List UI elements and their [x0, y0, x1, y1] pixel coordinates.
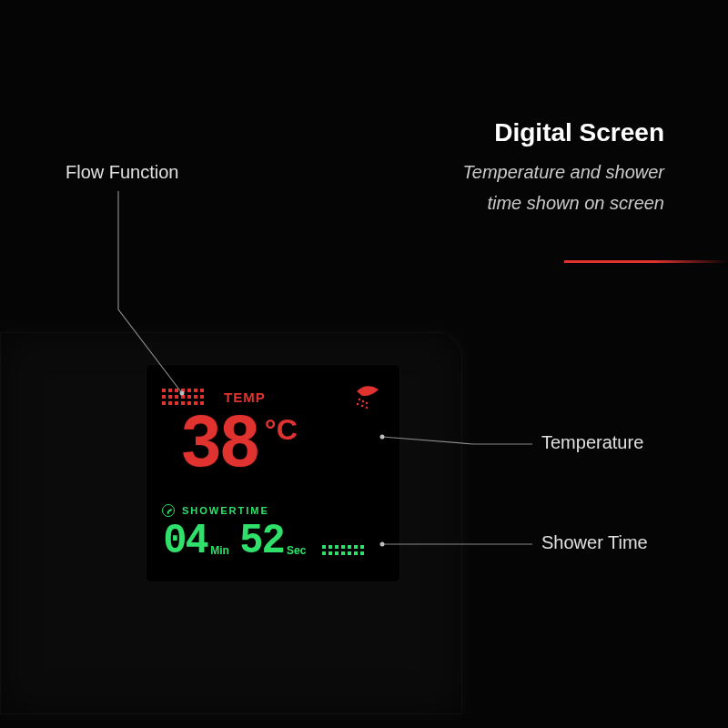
seconds-value: 52 [239, 521, 284, 562]
header-sub-line2: time shown on screen [462, 187, 664, 218]
showertime-label: SHOWERTIME [182, 505, 269, 516]
clock-icon [162, 504, 175, 517]
temperature-value: 38 [180, 408, 258, 484]
callout-temperature: Temperature [541, 432, 643, 453]
svg-point-2 [366, 402, 369, 405]
svg-point-0 [359, 399, 361, 401]
accent-line [564, 260, 728, 263]
callout-shower-time: Shower Time [541, 532, 648, 553]
showertime-label-row: SHOWERTIME [162, 504, 269, 517]
showertime-readout: 04 Min 52 Sec [162, 521, 364, 562]
temperature-unit: °C [265, 413, 298, 447]
digital-screen: TEMP 38 °C SHOWERTIME 04 Min 52 Sec [146, 364, 400, 582]
temperature-readout: 38 °C [177, 408, 391, 486]
svg-point-3 [357, 403, 359, 406]
header-block: Digital Screen Temperature and shower ti… [462, 118, 664, 218]
seconds-suffix: Sec [287, 544, 306, 557]
svg-point-1 [362, 400, 365, 403]
device-panel: TEMP 38 °C SHOWERTIME 04 Min 52 Sec [0, 332, 462, 714]
header-sub-line1: Temperature and shower [462, 157, 664, 187]
header-title: Digital Screen [462, 118, 664, 147]
svg-point-4 [361, 405, 364, 408]
trailing-dot-indicator [322, 545, 364, 555]
minutes-suffix: Min [210, 544, 229, 557]
showerhead-icon [351, 384, 384, 410]
callout-flow-function: Flow Function [66, 162, 179, 183]
minutes-value: 04 [163, 521, 207, 562]
header-subtitle: Temperature and shower time shown on scr… [462, 157, 664, 218]
